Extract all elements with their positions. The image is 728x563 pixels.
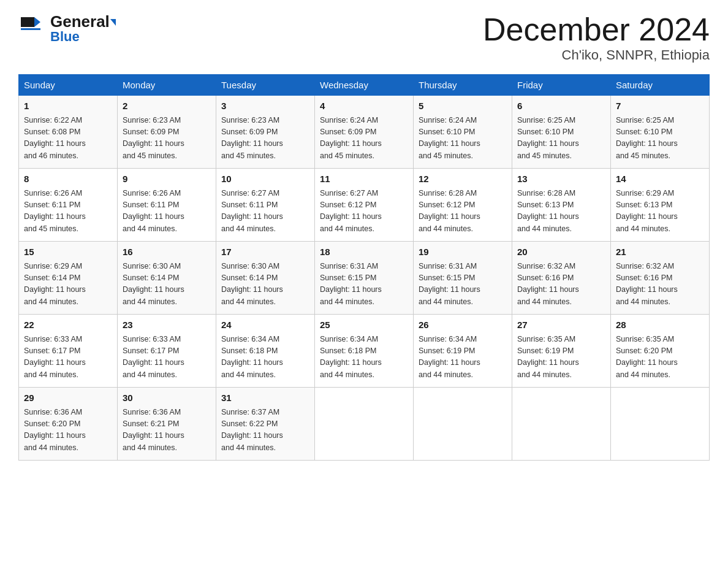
- week-row-3: 15 Sunrise: 6:29 AM Sunset: 6:14 PM Dayl…: [19, 242, 710, 315]
- svg-rect-0: [21, 17, 34, 27]
- day-info: Sunrise: 6:26 AM Sunset: 6:11 PM Dayligh…: [123, 188, 211, 236]
- day-cell: 17 Sunrise: 6:30 AM Sunset: 6:14 PM Dayl…: [216, 242, 315, 315]
- day-number: 26: [419, 318, 507, 332]
- week-row-2: 8 Sunrise: 6:26 AM Sunset: 6:11 PM Dayli…: [19, 169, 710, 242]
- day-info: Sunrise: 6:24 AM Sunset: 6:10 PM Dayligh…: [419, 115, 507, 163]
- day-info: Sunrise: 6:34 AM Sunset: 6:19 PM Dayligh…: [419, 334, 507, 381]
- day-info: Sunrise: 6:27 AM Sunset: 6:11 PM Dayligh…: [221, 188, 309, 236]
- weekday-header-saturday: Saturday: [611, 75, 710, 96]
- day-cell: 11 Sunrise: 6:27 AM Sunset: 6:12 PM Dayl…: [315, 169, 414, 242]
- day-cell: 12 Sunrise: 6:28 AM Sunset: 6:12 PM Dayl…: [414, 169, 512, 242]
- weekday-header-sunday: Sunday: [19, 75, 118, 96]
- day-info: Sunrise: 6:24 AM Sunset: 6:09 PM Dayligh…: [320, 115, 408, 163]
- day-number: 1: [24, 99, 112, 113]
- day-number: 25: [320, 318, 408, 332]
- weekday-header-monday: Monday: [118, 75, 216, 96]
- day-info: Sunrise: 6:36 AM Sunset: 6:21 PM Dayligh…: [123, 407, 211, 454]
- day-info: Sunrise: 6:33 AM Sunset: 6:17 PM Dayligh…: [24, 334, 112, 381]
- day-info: Sunrise: 6:28 AM Sunset: 6:12 PM Dayligh…: [419, 188, 507, 236]
- day-cell: 4 Sunrise: 6:24 AM Sunset: 6:09 PM Dayli…: [315, 96, 414, 169]
- day-info: Sunrise: 6:22 AM Sunset: 6:08 PM Dayligh…: [24, 115, 112, 163]
- day-number: 29: [24, 391, 112, 405]
- day-cell: 10 Sunrise: 6:27 AM Sunset: 6:11 PM Dayl…: [216, 169, 315, 242]
- day-number: 18: [320, 245, 408, 259]
- day-info: Sunrise: 6:28 AM Sunset: 6:13 PM Dayligh…: [517, 188, 605, 236]
- day-number: 23: [123, 318, 211, 332]
- day-number: 2: [123, 99, 211, 113]
- day-number: 16: [123, 245, 211, 259]
- day-cell: 1 Sunrise: 6:22 AM Sunset: 6:08 PM Dayli…: [19, 96, 118, 169]
- svg-marker-1: [34, 17, 40, 27]
- day-number: 10: [221, 172, 309, 186]
- day-info: Sunrise: 6:31 AM Sunset: 6:15 PM Dayligh…: [419, 261, 507, 308]
- day-number: 6: [517, 99, 605, 113]
- day-number: 24: [221, 318, 309, 332]
- day-info: Sunrise: 6:26 AM Sunset: 6:11 PM Dayligh…: [24, 188, 112, 236]
- day-number: 12: [419, 172, 507, 186]
- day-info: Sunrise: 6:29 AM Sunset: 6:14 PM Dayligh…: [24, 261, 112, 308]
- day-cell: 26 Sunrise: 6:34 AM Sunset: 6:19 PM Dayl…: [414, 315, 512, 388]
- day-number: 4: [320, 99, 408, 113]
- logo-icon: [18, 12, 50, 44]
- day-info: Sunrise: 6:33 AM Sunset: 6:17 PM Dayligh…: [123, 334, 211, 381]
- day-number: 15: [24, 245, 112, 259]
- day-cell: 7 Sunrise: 6:25 AM Sunset: 6:10 PM Dayli…: [611, 96, 710, 169]
- day-cell: 3 Sunrise: 6:23 AM Sunset: 6:09 PM Dayli…: [216, 96, 315, 169]
- day-info: Sunrise: 6:32 AM Sunset: 6:16 PM Dayligh…: [517, 261, 605, 308]
- day-cell: 8 Sunrise: 6:26 AM Sunset: 6:11 PM Dayli…: [19, 169, 118, 242]
- weekday-header-row: SundayMondayTuesdayWednesdayThursdayFrid…: [19, 75, 710, 96]
- day-number: 19: [419, 245, 507, 259]
- day-number: 13: [517, 172, 605, 186]
- day-cell: 27 Sunrise: 6:35 AM Sunset: 6:19 PM Dayl…: [512, 315, 611, 388]
- day-cell: 5 Sunrise: 6:24 AM Sunset: 6:10 PM Dayli…: [414, 96, 512, 169]
- week-row-4: 22 Sunrise: 6:33 AM Sunset: 6:17 PM Dayl…: [19, 315, 710, 388]
- day-cell: 19 Sunrise: 6:31 AM Sunset: 6:15 PM Dayl…: [414, 242, 512, 315]
- day-info: Sunrise: 6:23 AM Sunset: 6:09 PM Dayligh…: [123, 115, 211, 163]
- day-cell: 22 Sunrise: 6:33 AM Sunset: 6:17 PM Dayl…: [19, 315, 118, 388]
- calendar-subtitle: Ch'iko, SNNPR, Ethiopia: [483, 47, 710, 63]
- day-number: 22: [24, 318, 112, 332]
- day-number: 31: [221, 391, 309, 405]
- weekday-header-friday: Friday: [512, 75, 611, 96]
- day-cell: [414, 388, 512, 461]
- weekday-header-tuesday: Tuesday: [216, 75, 315, 96]
- day-number: 7: [616, 99, 704, 113]
- day-info: Sunrise: 6:31 AM Sunset: 6:15 PM Dayligh…: [320, 261, 408, 308]
- day-cell: 18 Sunrise: 6:31 AM Sunset: 6:15 PM Dayl…: [315, 242, 414, 315]
- logo-text-general: General: [50, 13, 116, 31]
- day-number: 9: [123, 172, 211, 186]
- week-row-1: 1 Sunrise: 6:22 AM Sunset: 6:08 PM Dayli…: [19, 96, 710, 169]
- day-info: Sunrise: 6:25 AM Sunset: 6:10 PM Dayligh…: [616, 115, 704, 163]
- day-number: 17: [221, 245, 309, 259]
- day-cell: 31 Sunrise: 6:37 AM Sunset: 6:22 PM Dayl…: [216, 388, 315, 461]
- day-info: Sunrise: 6:23 AM Sunset: 6:09 PM Dayligh…: [221, 115, 309, 163]
- day-info: Sunrise: 6:25 AM Sunset: 6:10 PM Dayligh…: [517, 115, 605, 163]
- day-cell: [512, 388, 611, 461]
- day-cell: 14 Sunrise: 6:29 AM Sunset: 6:13 PM Dayl…: [611, 169, 710, 242]
- page-header: General Blue December 2024 Ch'iko, SNNPR…: [18, 12, 710, 63]
- day-number: 30: [123, 391, 211, 405]
- day-cell: 21 Sunrise: 6:32 AM Sunset: 6:16 PM Dayl…: [611, 242, 710, 315]
- day-cell: 15 Sunrise: 6:29 AM Sunset: 6:14 PM Dayl…: [19, 242, 118, 315]
- weekday-header-wednesday: Wednesday: [315, 75, 414, 96]
- day-info: Sunrise: 6:34 AM Sunset: 6:18 PM Dayligh…: [221, 334, 309, 381]
- day-cell: 20 Sunrise: 6:32 AM Sunset: 6:16 PM Dayl…: [512, 242, 611, 315]
- day-cell: 30 Sunrise: 6:36 AM Sunset: 6:21 PM Dayl…: [118, 388, 216, 461]
- day-cell: 2 Sunrise: 6:23 AM Sunset: 6:09 PM Dayli…: [118, 96, 216, 169]
- day-info: Sunrise: 6:36 AM Sunset: 6:20 PM Dayligh…: [24, 407, 112, 454]
- day-cell: 6 Sunrise: 6:25 AM Sunset: 6:10 PM Dayli…: [512, 96, 611, 169]
- day-info: Sunrise: 6:34 AM Sunset: 6:18 PM Dayligh…: [320, 334, 408, 381]
- calendar-title: December 2024: [483, 12, 710, 47]
- calendar-title-block: December 2024 Ch'iko, SNNPR, Ethiopia: [483, 12, 710, 63]
- week-row-5: 29 Sunrise: 6:36 AM Sunset: 6:20 PM Dayl…: [19, 388, 710, 461]
- day-cell: 9 Sunrise: 6:26 AM Sunset: 6:11 PM Dayli…: [118, 169, 216, 242]
- day-cell: 28 Sunrise: 6:35 AM Sunset: 6:20 PM Dayl…: [611, 315, 710, 388]
- day-number: 3: [221, 99, 309, 113]
- day-cell: [611, 388, 710, 461]
- day-info: Sunrise: 6:27 AM Sunset: 6:12 PM Dayligh…: [320, 188, 408, 236]
- day-cell: 13 Sunrise: 6:28 AM Sunset: 6:13 PM Dayl…: [512, 169, 611, 242]
- calendar-table: SundayMondayTuesdayWednesdayThursdayFrid…: [18, 74, 710, 461]
- day-cell: 16 Sunrise: 6:30 AM Sunset: 6:14 PM Dayl…: [118, 242, 216, 315]
- day-cell: 29 Sunrise: 6:36 AM Sunset: 6:20 PM Dayl…: [19, 388, 118, 461]
- day-number: 21: [616, 245, 704, 259]
